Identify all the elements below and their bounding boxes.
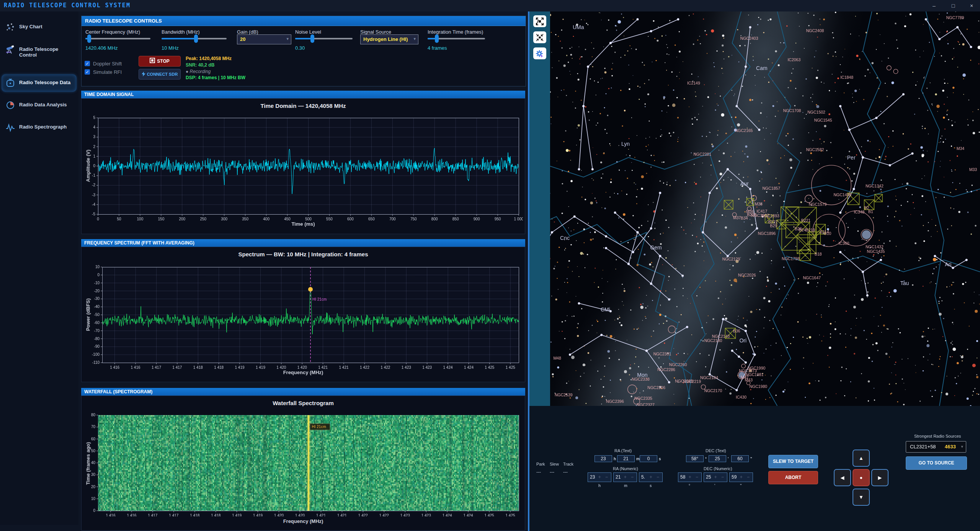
integration-time-value: 4 frames bbox=[428, 45, 447, 51]
spectrum-ylabel: Power (dBFS) bbox=[85, 277, 91, 353]
dec-degrees-suffix: ° bbox=[705, 457, 707, 461]
sky-label: IC2149 bbox=[687, 81, 700, 85]
dec-degrees-stepper[interactable]: 58+ − bbox=[678, 472, 702, 482]
sidebar-item-data-analysis[interactable]: Radio Data Analysis bbox=[2, 96, 77, 114]
source-flux: 4633 bbox=[945, 444, 956, 450]
fullscreen-button[interactable] bbox=[533, 15, 546, 27]
ra-minutes-stepper[interactable]: 21+ − bbox=[613, 472, 637, 482]
slew-to-target-button[interactable]: SLEW TO TARGET bbox=[768, 455, 818, 468]
signal-source-dropdown[interactable]: Hydrogen Line (HI) ▾ bbox=[360, 34, 418, 44]
sidebar-item-spectrograph[interactable]: Radio Spectrograph bbox=[2, 119, 77, 136]
chevron-down-icon: ▾ bbox=[413, 36, 416, 41]
radio-sources-dropdown[interactable]: CL2321+58 4633 ▾ bbox=[906, 441, 966, 453]
dec-arcmin-input[interactable]: 25 bbox=[709, 455, 726, 462]
collapse-icon bbox=[536, 33, 544, 42]
stop-button[interactable]: STOP bbox=[139, 56, 181, 67]
signal-source-label: Signal Source bbox=[360, 29, 391, 35]
slider-thumb[interactable] bbox=[87, 34, 91, 43]
center-frequency-slider[interactable] bbox=[85, 34, 150, 43]
time-domain-ylabel: Amplitude (V) bbox=[85, 128, 91, 204]
stop-icon bbox=[150, 58, 155, 63]
stepper-unit: s bbox=[650, 484, 652, 488]
status-dsp: DSP: 4 frames | 10 MHz BW bbox=[186, 75, 245, 80]
telescope-pointing-panel: Park --- Slew --- Track --- RA (Text) 23… bbox=[529, 406, 980, 531]
maximize-icon[interactable]: □ bbox=[946, 2, 961, 10]
ra-seconds-input[interactable]: 0 bbox=[640, 455, 657, 462]
sky-label: B36 bbox=[733, 329, 740, 333]
sky-label: M34 bbox=[957, 146, 964, 151]
nudge-right-button[interactable]: ▶ bbox=[871, 469, 889, 486]
nudge-stop-button[interactable]: ● bbox=[853, 469, 870, 486]
track-label: Track bbox=[563, 462, 573, 466]
nudge-up-button[interactable]: ▲ bbox=[853, 450, 870, 467]
minimize-icon[interactable]: – bbox=[926, 2, 942, 10]
sky-label: B2 bbox=[864, 205, 869, 210]
sky-settings-button[interactable] bbox=[533, 47, 546, 59]
sky-label: NGC2301 bbox=[653, 352, 671, 356]
integration-time-slider[interactable] bbox=[428, 34, 485, 43]
go-to-source-button[interactable]: GO TO SOURCE bbox=[906, 456, 967, 470]
sky-label: NGC1798 bbox=[782, 256, 800, 261]
park-label: Park bbox=[536, 462, 545, 466]
dec-arcsec-input[interactable]: 60 bbox=[731, 455, 749, 462]
waterfall-canvas bbox=[83, 411, 523, 516]
slider-thumb[interactable] bbox=[435, 34, 439, 43]
lightning-icon bbox=[142, 72, 145, 77]
sky-label: NGC1545 bbox=[814, 118, 832, 122]
app-window: RADIO TELESCOPE CONTROL SYSTEM – □ × Sky… bbox=[0, 0, 980, 531]
sky-label: NGC1973 bbox=[739, 368, 757, 373]
stepper-unit: m bbox=[624, 484, 627, 488]
dec-degrees-input[interactable]: 58° bbox=[686, 455, 704, 462]
sky-label: B29 bbox=[770, 223, 777, 228]
ra-text-label: RA (Text) bbox=[614, 448, 632, 453]
sky-label: CMi bbox=[601, 306, 610, 313]
controls-panel-header: RADIO TELESCOPE CONTROLS bbox=[82, 16, 526, 26]
center-frequency-value: 1420.406 MHz bbox=[85, 45, 118, 51]
ra-hours-stepper[interactable]: 23+ − bbox=[588, 472, 611, 482]
time-domain-title: Time Domain — 1420,4058 MHz bbox=[81, 103, 525, 109]
nudge-left-button[interactable]: ◀ bbox=[834, 469, 851, 486]
close-icon[interactable]: × bbox=[964, 2, 979, 10]
sidebar-item-sky-chart[interactable]: Sky Chart bbox=[2, 18, 77, 36]
slider-thumb[interactable] bbox=[194, 34, 198, 43]
sidebar-item-telescope-control[interactable]: Radio Telescope Control bbox=[2, 41, 77, 59]
stepper-unit: ° bbox=[689, 484, 690, 488]
sidebar: Sky Chart Radio Telescope Control Radio … bbox=[0, 11, 78, 525]
ra-seconds-stepper[interactable]: 5.+ − bbox=[639, 472, 663, 482]
noise-level-slider[interactable] bbox=[295, 34, 353, 43]
exit-fullscreen-button[interactable] bbox=[533, 31, 546, 43]
connect-sdr-button[interactable]: CONNECT SDR bbox=[139, 69, 181, 80]
sky-label: NGC1342 bbox=[866, 184, 884, 188]
gain-dropdown[interactable]: 20 ▾ bbox=[237, 34, 291, 44]
dec-arcsec-stepper[interactable]: 59+ − bbox=[729, 472, 753, 482]
chevron-down-icon: ▾ bbox=[286, 36, 289, 41]
sky-chart[interactable]: UMaCamLynPerAurGemCncCMiMonOriTauAriNGC2… bbox=[529, 11, 980, 406]
sky-label: B34 bbox=[741, 216, 748, 220]
slider-thumb[interactable] bbox=[310, 34, 314, 43]
stepper-unit: ' bbox=[714, 484, 715, 488]
sky-chart-labels: UMaCamLynPerAurGemCncCMiMonOriTauAriNGC2… bbox=[529, 11, 980, 406]
abort-button[interactable]: ABORT bbox=[768, 471, 818, 484]
status-recording: ● Recording bbox=[186, 69, 211, 74]
controls-panel: RADIO TELESCOPE CONTROLS Center Frequenc… bbox=[81, 16, 526, 86]
sky-label: M33 bbox=[969, 167, 977, 172]
dec-arcmin-stepper[interactable]: 25+ − bbox=[704, 472, 727, 482]
ra-minutes-input[interactable]: 21 bbox=[617, 455, 635, 462]
sky-label: Gem bbox=[650, 244, 662, 251]
nudge-down-button[interactable]: ▼ bbox=[853, 489, 870, 506]
sky-label: NGC2184 bbox=[700, 375, 718, 380]
sidebar-item-telescope-data[interactable]: Radio Telescope Data bbox=[2, 74, 77, 92]
sky-label: B24 bbox=[799, 228, 806, 232]
dec-arcsec-suffix: " bbox=[750, 457, 752, 461]
sky-label: NGC1857 bbox=[763, 186, 781, 191]
simulate-rfi-checkbox[interactable]: ✓ bbox=[85, 69, 90, 75]
expand-icon bbox=[536, 17, 544, 26]
sky-label: NGC1893 bbox=[761, 213, 779, 218]
doppler-shift-checkbox[interactable]: ✓ bbox=[85, 61, 90, 66]
title-bar: RADIO TELESCOPE CONTROL SYSTEM – □ × bbox=[0, 0, 980, 11]
bandwidth-slider[interactable] bbox=[162, 34, 227, 43]
sidebar-item-label: Radio Telescope Control bbox=[19, 46, 77, 58]
slider-track[interactable] bbox=[85, 38, 150, 39]
ra-hours-input[interactable]: 23 bbox=[595, 455, 612, 462]
sky-label: NGC2327 bbox=[637, 402, 655, 406]
